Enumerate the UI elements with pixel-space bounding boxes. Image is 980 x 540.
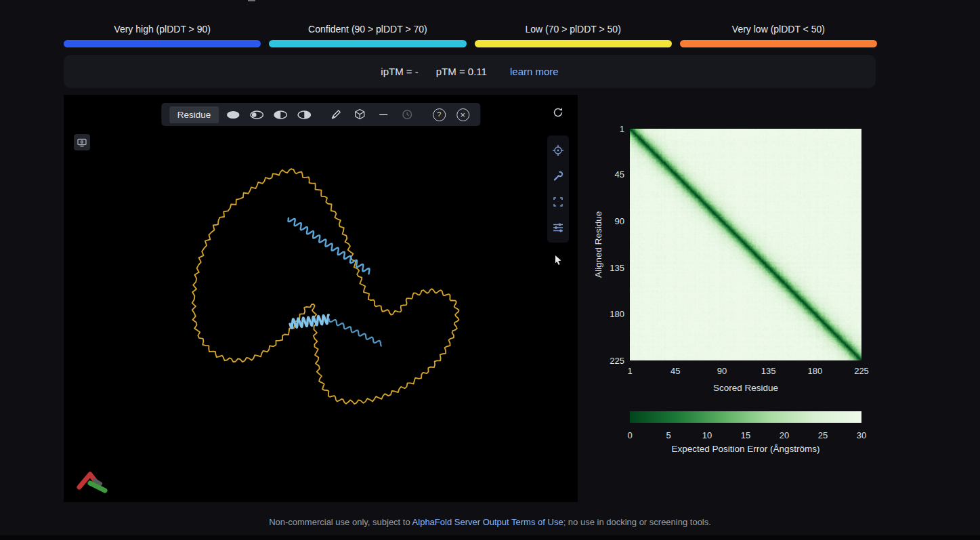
plddt-legend: Very high (plDDT > 90) Confident (90 > p… — [64, 23, 877, 47]
viewer-toolbar: Residue ? × — [161, 103, 481, 126]
x-tick-label: 1 — [627, 366, 632, 376]
ptm-value: pTM = 0.11 — [436, 66, 487, 77]
screenshot-icon[interactable] — [74, 134, 90, 150]
legend-label: Low (70 > plDDT > 50) — [525, 23, 620, 35]
axes-gizmo-icon[interactable] — [76, 466, 112, 496]
reset-view-icon[interactable] — [550, 104, 566, 121]
help-icon[interactable]: ? — [429, 106, 448, 123]
close-icon[interactable]: × — [453, 106, 472, 123]
granularity-selector[interactable]: Residue — [169, 106, 219, 123]
legend-bar-low — [475, 40, 672, 47]
y-tick-label: 225 — [610, 356, 624, 366]
minus-icon[interactable] — [374, 106, 393, 123]
expand-icon[interactable] — [550, 194, 566, 210]
top-edge-artifact — [248, 0, 255, 1]
legend-label: Very low (plDDT < 50) — [732, 23, 825, 35]
brush-icon[interactable] — [326, 106, 345, 123]
bottom-strip — [0, 535, 980, 540]
pae-heatmap — [630, 129, 861, 360]
structure-viewer[interactable]: Residue ? × — [64, 95, 578, 502]
molecule-svg — [64, 95, 578, 502]
cube-icon[interactable] — [350, 106, 369, 123]
viewer-tool-group — [547, 136, 569, 243]
metrics-bar: ipTM = - pTM = 0.11 learn more — [64, 55, 876, 88]
y-tick-label: 45 — [615, 169, 624, 180]
pae-x-axis-label: Scored Residue — [630, 383, 861, 393]
history-icon — [398, 106, 417, 123]
x-tick-label: 45 — [670, 366, 680, 376]
y-tick-label: 90 — [615, 215, 624, 226]
legend-bar-very-low — [680, 40, 877, 47]
colorbar-tick-label: 30 — [857, 430, 866, 440]
settings-sliders-icon[interactable] — [550, 220, 566, 236]
learn-more-link[interactable]: learn more — [510, 66, 559, 77]
legend-item-confident: Confident (90 > plDDT > 70) — [269, 23, 466, 47]
footer-terms: Non-commercial use only, subject to Alph… — [0, 517, 980, 527]
terms-link[interactable]: AlphaFold Server Output Terms of Use — [412, 517, 563, 527]
y-tick-label: 135 — [610, 262, 624, 272]
x-tick-label: 90 — [717, 366, 727, 376]
colorbar-tick-label: 10 — [702, 430, 712, 440]
pae-colorbar-ticks: 051015202530 — [630, 430, 861, 441]
colorbar-tick-label: 0 — [627, 430, 632, 440]
legend-item-low: Low (70 > plDDT > 50) — [475, 23, 672, 47]
polymer-toggle-half-right-icon[interactable] — [295, 106, 314, 123]
pae-colorbar-label: Expected Position Error (Ångströms) — [613, 444, 878, 454]
pae-y-axis-label: Aligned Residue — [592, 129, 604, 360]
footer-suffix: ; no use in docking or screening tools. — [563, 517, 711, 527]
polymer-toggle-dot-icon[interactable] — [247, 106, 266, 123]
x-tick-label: 180 — [807, 366, 822, 376]
pae-y-ticks: 14590135180225 — [605, 129, 624, 360]
pae-colorbar — [630, 411, 861, 423]
y-tick-label: 1 — [620, 124, 624, 134]
colorbar-tick-label: 5 — [666, 430, 670, 440]
colorbar-tick-label: 25 — [818, 430, 828, 440]
legend-label: Confident (90 > plDDT > 70) — [308, 23, 427, 35]
polymer-toggle-half-left-icon[interactable] — [271, 106, 290, 123]
iptm-value: ipTM = - — [381, 66, 418, 77]
focus-target-icon[interactable] — [550, 142, 566, 159]
viewer-side-controls — [547, 104, 569, 268]
pae-x-ticks: 14590135180225 — [630, 366, 861, 377]
x-tick-label: 225 — [854, 366, 869, 376]
legend-bar-very-high — [64, 40, 261, 47]
footer-prefix: Non-commercial use only, subject to — [269, 517, 412, 527]
legend-label: Very high (plDDT > 90) — [114, 23, 211, 35]
colorbar-tick-label: 15 — [741, 430, 750, 440]
wrench-icon[interactable] — [550, 168, 566, 184]
cursor-pointer-icon[interactable] — [550, 252, 566, 268]
legend-item-very-high: Very high (plDDT > 90) — [64, 23, 261, 47]
legend-item-very-low: Very low (plDDT < 50) — [680, 23, 877, 47]
colorbar-tick-label: 20 — [780, 430, 789, 440]
y-tick-label: 180 — [610, 309, 624, 319]
x-tick-label: 135 — [761, 366, 776, 376]
legend-bar-confident — [269, 40, 466, 47]
polymer-toggle-filled-icon[interactable] — [223, 106, 242, 123]
